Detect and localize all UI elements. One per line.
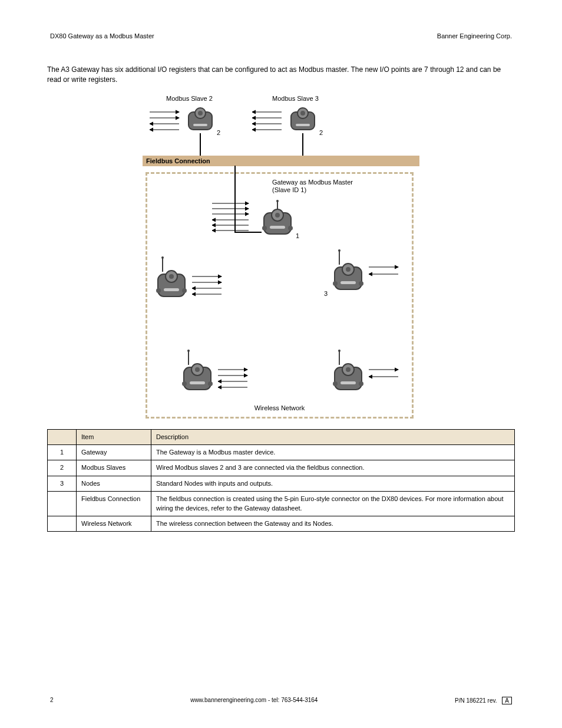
svg-rect-7 (296, 124, 310, 126)
arrows-slave-3 (252, 108, 286, 132)
svg-point-37 (182, 288, 187, 293)
svg-point-17 (276, 200, 279, 202)
cell-n (48, 516, 77, 531)
cell-n: 3 (48, 476, 77, 491)
th-blank (48, 429, 77, 444)
cell-desc: The wireless connection between the Gate… (151, 516, 515, 531)
svg-rect-3 (193, 124, 207, 126)
cell-n: 1 (48, 444, 77, 460)
cell-desc: The Gateway is a Modbus master device. (151, 444, 515, 460)
svg-point-68 (346, 367, 351, 372)
gateway-label: Gateway as Modbus Master (Slave ID 1) (272, 179, 353, 194)
header-right: Banner Engineering Corp. (437, 32, 512, 39)
svg-point-48 (333, 281, 338, 286)
cell-n (48, 492, 77, 516)
num-2b: 2 (319, 129, 323, 137)
footer-right: P/N 186221 rev. A (455, 697, 512, 704)
table-row: 2 Modbus Slaves Wired Modbus slaves 2 an… (48, 460, 515, 476)
svg-point-46 (346, 267, 351, 272)
wireless-label: Wireless Network (147, 404, 412, 413)
arrows-node-bottom-right (369, 366, 403, 384)
cell-label: Wireless Network (77, 516, 151, 531)
th-item: Item (77, 429, 151, 444)
cell-desc: Standard Nodes with inputs and outputs. (151, 476, 515, 491)
cell-label: Gateway (77, 444, 151, 460)
cell-label: Nodes (77, 476, 151, 491)
svg-point-23 (288, 226, 293, 230)
svg-rect-47 (340, 281, 356, 284)
svg-point-58 (182, 381, 187, 386)
gateway-label-line2: (Slave ID 1) (272, 186, 306, 193)
footer-rev: A (502, 697, 512, 704)
drop-line-slave-3 (302, 133, 303, 156)
num-3: 3 (324, 289, 328, 298)
svg-point-22 (262, 226, 267, 230)
page: DX80 Gateway as a Modbus Master Banner E… (0, 0, 562, 728)
header-left: DX80 Gateway as a Modbus Master (50, 32, 154, 39)
modbus-slave-2-icon (185, 104, 216, 134)
cell-label: Fieldbus Connection (77, 492, 151, 516)
svg-rect-35 (164, 288, 179, 291)
footer-page-num: 2 (50, 697, 54, 704)
table-row: 1 Gateway The Gateway is a Modbus master… (48, 444, 515, 460)
arrows-node-top-right (369, 263, 403, 281)
num-1: 1 (296, 232, 299, 241)
wireless-box: Gateway as Modbus Master (Slave ID 1) (146, 172, 414, 419)
svg-point-2 (198, 111, 203, 116)
intro-paragraph: The A3 Gateway has six additional I/O re… (47, 65, 515, 85)
arrows-slave-2 (150, 108, 184, 132)
svg-point-31 (161, 256, 164, 259)
arrows-node-bottom-left (218, 366, 252, 390)
svg-point-43 (338, 249, 340, 252)
table-row: Fieldbus Connection The fieldbus connect… (48, 492, 515, 516)
node-bottom-right-icon (330, 350, 366, 396)
svg-rect-69 (340, 381, 356, 384)
gateway-label-line1: Gateway as Modbus Master (272, 179, 353, 186)
fieldbus-bar: Fieldbus Connection (143, 156, 419, 166)
diagram-wrap: Modbus Slave 2 Modbus Slave 3 2 (143, 94, 419, 424)
node-top-right-icon (330, 249, 366, 295)
gateway-icon (259, 200, 296, 240)
svg-point-70 (333, 381, 338, 386)
arrows-node-top-left (192, 273, 226, 297)
svg-point-49 (359, 281, 363, 286)
svg-point-59 (208, 381, 213, 386)
footer: 2 www.bannerengineering.com - tel: 763-5… (50, 697, 512, 704)
svg-point-36 (156, 288, 161, 293)
label-modbus-slave-2: Modbus Slave 2 (166, 94, 213, 103)
svg-rect-21 (270, 226, 285, 229)
th-desc: Description (151, 429, 515, 444)
table-header-row: Item Description (48, 429, 515, 444)
footer-center: www.bannerengineering.com - tel: 763-544… (190, 697, 318, 704)
node-bottom-left-icon (179, 350, 216, 396)
table-row: 3 Nodes Standard Nodes with inputs and o… (48, 476, 515, 491)
modbus-slave-3-icon (287, 104, 318, 134)
cell-desc: Wired Modbus slaves 2 and 3 are connecte… (151, 460, 515, 476)
arrows-gateway (212, 200, 253, 235)
svg-point-53 (187, 350, 190, 352)
svg-point-65 (338, 350, 340, 352)
svg-point-20 (275, 213, 280, 218)
body: The A3 Gateway has six additional I/O re… (47, 65, 515, 532)
svg-point-56 (195, 367, 200, 372)
definitions-table: Item Description 1 Gateway The Gateway i… (47, 429, 515, 532)
drop-line-slave-2 (200, 133, 201, 156)
cell-n: 2 (48, 460, 77, 476)
num-2a: 2 (217, 129, 220, 137)
svg-point-34 (169, 274, 174, 279)
svg-rect-57 (190, 381, 205, 384)
diagram: Modbus Slave 2 Modbus Slave 3 2 (143, 94, 419, 424)
cell-desc: The fieldbus connection is created using… (151, 492, 515, 516)
node-top-left-icon (153, 256, 190, 302)
cell-label: Modbus Slaves (77, 460, 151, 476)
svg-point-6 (300, 111, 305, 116)
table-row: Wireless Network The wireless connection… (48, 516, 515, 531)
svg-point-71 (359, 381, 363, 386)
label-modbus-slave-3: Modbus Slave 3 (272, 94, 319, 103)
footer-pn: P/N 186221 rev. (455, 697, 497, 704)
